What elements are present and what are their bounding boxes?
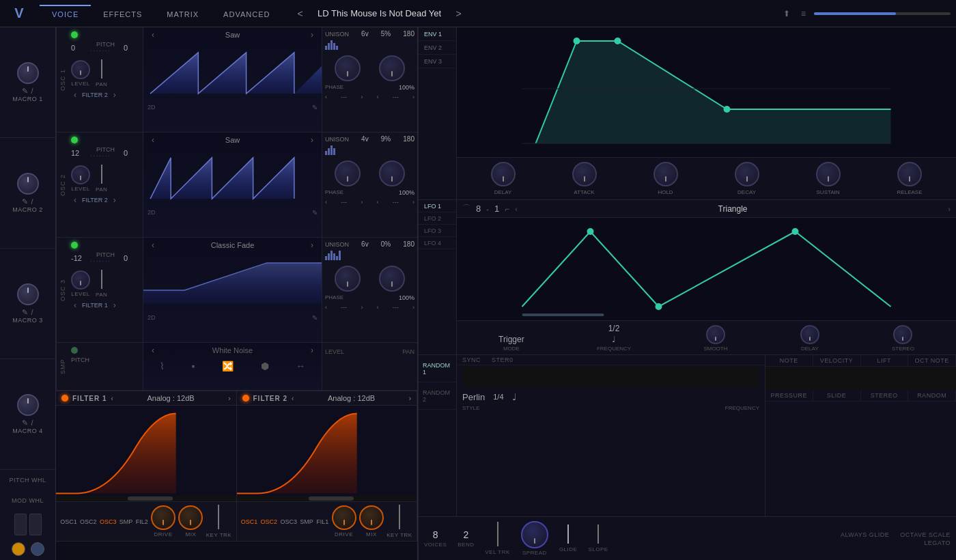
legato-flag[interactable]: LEGATO <box>924 540 951 546</box>
macro-4-knob[interactable] <box>17 394 39 416</box>
macro-2-slash-icon[interactable]: / <box>31 197 33 206</box>
osc-1-edit-icon[interactable]: ✎ <box>312 104 318 111</box>
osc-3-wave-prev[interactable]: ‹ <box>149 240 157 250</box>
osc-2-wave-prev[interactable]: ‹ <box>149 135 157 145</box>
osc-1-phase-knob[interactable] <box>379 55 405 81</box>
tab-voice[interactable]: VOICE <box>40 5 91 23</box>
octave-scale-flag[interactable]: OCTAVE SCALE <box>900 531 951 538</box>
filter-2-mix-knob[interactable] <box>359 505 384 530</box>
env-tab-3[interactable]: ENV 3 <box>419 55 456 68</box>
circle-btn-2[interactable] <box>31 542 44 556</box>
osc-1-filter-next[interactable]: › <box>111 90 119 100</box>
env-decay-knob[interactable] <box>735 162 759 186</box>
smp-wave-prev[interactable]: ‹ <box>149 346 157 355</box>
osc-3-level-knob[interactable] <box>71 270 90 290</box>
filter-1-on-dot[interactable] <box>61 395 68 402</box>
filter-1-osc3[interactable]: OSC3 <box>100 518 117 525</box>
random-tab-2[interactable]: RANDOM 2 <box>419 382 456 410</box>
osc-2-mod-prev2[interactable]: ‹ <box>377 199 379 206</box>
menu-icon[interactable]: ≡ <box>798 9 809 18</box>
macro-3-knob[interactable] <box>17 283 39 305</box>
circle-btn-1[interactable] <box>12 542 25 556</box>
osc-2-on-indicator[interactable] <box>71 137 78 143</box>
macro-3-edit-icon[interactable]: ✎ <box>22 308 28 317</box>
preset-next-btn[interactable]: > <box>452 8 466 19</box>
osc-1-mod-next2[interactable]: › <box>412 94 414 100</box>
filter-1-osc1[interactable]: OSC1 <box>60 518 77 525</box>
filter-2-fil1[interactable]: FIL1 <box>316 518 328 525</box>
osc-3-filter-next[interactable]: › <box>111 300 119 310</box>
osc-2-unison-knob[interactable] <box>335 160 361 186</box>
piano-roll[interactable] <box>56 541 417 560</box>
osc-2-wave-next[interactable]: › <box>308 135 316 145</box>
osc-1-filter-prev[interactable]: ‹ <box>71 90 79 100</box>
osc-1-mod-next[interactable]: › <box>361 94 363 100</box>
macro-1-knob[interactable] <box>17 62 39 84</box>
pitch-slider[interactable] <box>14 514 27 535</box>
filter-1-drive-knob[interactable] <box>151 505 175 530</box>
macro-1-edit-icon[interactable]: ✎ <box>22 87 28 96</box>
lfo-smooth-knob[interactable] <box>706 325 725 344</box>
always-glide-flag[interactable]: ALWAYS GLIDE <box>841 531 889 538</box>
lfo-tab-1[interactable]: LFO 1 <box>419 200 456 212</box>
filter-2-osc3[interactable]: OSC3 <box>280 518 297 525</box>
preset-prev-btn[interactable]: < <box>293 8 307 19</box>
osc-1-mod-prev2[interactable]: ‹ <box>377 94 379 100</box>
osc-1-on-indicator[interactable] <box>71 31 78 38</box>
env-release-knob[interactable] <box>897 162 922 186</box>
tab-effects[interactable]: EFFECTS <box>91 5 154 23</box>
osc-1-mod-prev[interactable]: ‹ <box>325 94 327 100</box>
macro-4-edit-icon[interactable]: ✎ <box>22 419 28 428</box>
tab-advanced[interactable]: ADVANCED <box>211 5 282 23</box>
lfo-tab-2[interactable]: LFO 2 <box>419 212 456 225</box>
osc-2-phase-knob[interactable] <box>379 160 405 186</box>
lfo-next-icon[interactable]: › <box>948 205 951 213</box>
osc-3-mod-next2[interactable]: › <box>412 304 414 311</box>
osc-3-wave-next[interactable]: › <box>308 240 316 250</box>
smp-on-indicator[interactable] <box>71 347 78 354</box>
mod-slider[interactable] <box>29 514 42 535</box>
filter-2-next[interactable]: › <box>409 395 411 402</box>
random-tab-1[interactable]: RANDOM 1 <box>419 355 456 382</box>
filter-1-prev[interactable]: ‹ <box>111 395 113 402</box>
osc-3-on-indicator[interactable] <box>71 242 78 249</box>
filter-2-on-dot[interactable] <box>242 395 249 402</box>
osc-3-edit-icon[interactable]: ✎ <box>312 314 318 322</box>
macro-4-slash-icon[interactable]: / <box>31 419 33 428</box>
env-sustain-knob[interactable] <box>816 162 841 186</box>
osc-2-filter-prev[interactable]: ‹ <box>71 195 79 205</box>
env-tab-2[interactable]: ENV 2 <box>419 41 456 55</box>
osc-3-mod-prev2[interactable]: ‹ <box>377 304 379 311</box>
filter-1-osc2[interactable]: OSC2 <box>80 518 97 525</box>
macro-2-edit-icon[interactable]: ✎ <box>22 197 28 206</box>
lfo-tab-4[interactable]: LFO 4 <box>419 237 456 249</box>
filter-1-next[interactable]: › <box>228 395 230 402</box>
env-attack-knob[interactable] <box>572 162 597 186</box>
osc-1-wave-prev[interactable]: ‹ <box>149 30 157 40</box>
macro-2-knob[interactable] <box>17 173 39 195</box>
macro-1-slash-icon[interactable]: / <box>31 87 33 96</box>
osc-2-mod-next2[interactable]: › <box>412 199 414 206</box>
filter-1-smp[interactable]: SMP <box>120 518 133 525</box>
filter-2-osc1[interactable]: OSC1 <box>241 518 258 525</box>
env-tab-1[interactable]: ENV 1 <box>419 27 456 41</box>
osc-3-unison-knob[interactable] <box>335 266 361 292</box>
filter-2-drive-knob[interactable] <box>332 505 356 530</box>
osc-3-phase-knob[interactable] <box>379 266 405 292</box>
lfo-tab-3[interactable]: LFO 3 <box>419 225 456 237</box>
env-delay-knob[interactable] <box>491 162 516 186</box>
osc-3-mod-prev[interactable]: ‹ <box>325 304 327 311</box>
lfo-stereo-knob[interactable] <box>893 325 912 344</box>
smp-wave-next[interactable]: › <box>308 346 316 355</box>
filter-2-osc2[interactable]: OSC2 <box>261 518 278 525</box>
lfo-prev-icon[interactable]: ‹ <box>515 205 518 213</box>
osc-2-mod-next[interactable]: › <box>361 199 363 206</box>
osc-1-unison-knob[interactable] <box>335 55 361 81</box>
spread-knob[interactable] <box>521 521 548 548</box>
osc-3-filter-prev[interactable]: ‹ <box>71 300 79 310</box>
osc-3-mod-next[interactable]: › <box>361 304 363 311</box>
lfo-delay-knob[interactable] <box>800 325 819 344</box>
osc-2-filter-next[interactable]: › <box>111 195 119 205</box>
tab-matrix[interactable]: MATRIX <box>154 5 211 23</box>
filter-2-smp[interactable]: SMP <box>300 518 313 525</box>
